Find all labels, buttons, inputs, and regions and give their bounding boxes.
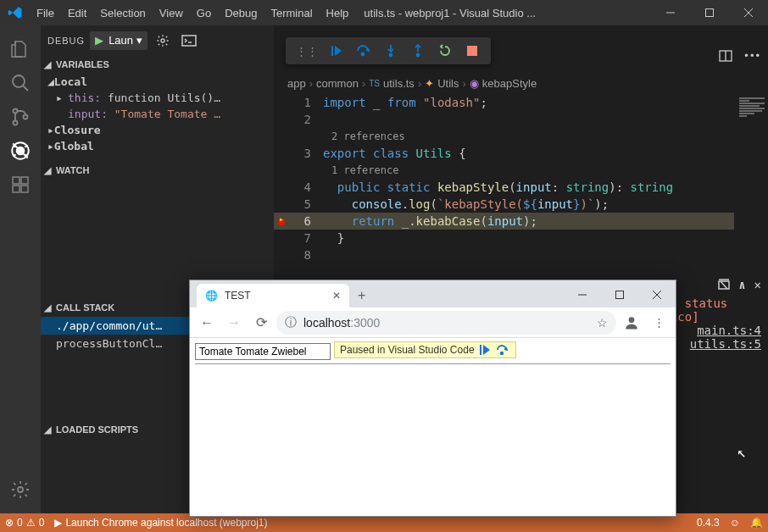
codelens-references[interactable]: 2 references [274, 128, 734, 145]
svg-point-6 [14, 109, 18, 114]
window-close-button[interactable] [729, 0, 768, 25]
step-into-button[interactable] [377, 39, 404, 63]
svg-rect-40 [480, 345, 481, 355]
svg-rect-22 [182, 36, 196, 46]
menu-go[interactable]: Go [190, 7, 218, 19]
explorer-icon[interactable] [0, 32, 41, 66]
new-tab-button[interactable]: + [349, 284, 374, 308]
extensions-icon[interactable] [0, 168, 41, 202]
step-over-button[interactable] [350, 39, 377, 63]
url-host: localhost [303, 316, 350, 330]
browser-minimize-button[interactable] [564, 282, 601, 308]
menu-debug[interactable]: Debug [218, 7, 264, 19]
line-number: 4 [289, 180, 323, 194]
status-version[interactable]: 0.4.3 [692, 517, 725, 529]
svg-rect-16 [13, 177, 19, 184]
window-maximize-button[interactable] [690, 0, 729, 25]
status-bell-icon[interactable]: 🔔 [745, 517, 768, 529]
overlay-step-icon[interactable] [497, 345, 510, 355]
scope-local[interactable]: ◢Local [41, 74, 274, 90]
search-icon[interactable] [0, 66, 41, 100]
status-errors[interactable]: ⊗0⚠0 [0, 517, 49, 529]
browser-close-button[interactable] [638, 282, 676, 308]
debug-config-dropdown[interactable]: ▶ Laun▾ [90, 31, 147, 50]
breadcrumb-method[interactable]: kebapStyle [482, 77, 537, 90]
warning-count: 0 [39, 517, 45, 529]
site-info-icon[interactable]: ⓘ [285, 315, 297, 330]
source-control-icon[interactable] [0, 100, 41, 134]
variables-section-header[interactable]: ◢VARIABLES [41, 55, 274, 74]
split-editor-icon[interactable] [719, 50, 732, 62]
drag-handle-icon[interactable]: ⋮⋮ [291, 45, 323, 58]
line-number: 8 [289, 248, 323, 262]
variable-input[interactable]: input: "Tomate Tomate … [41, 106, 274, 122]
code-editor[interactable]: 1import _ from "lodash"; 2 2 references … [274, 94, 734, 263]
callstack-label: CALL STACK [56, 302, 114, 313]
activity-bar [0, 25, 41, 513]
address-bar[interactable]: ⓘ localhost:3000 ☆ [276, 311, 616, 335]
menu-edit[interactable]: Edit [61, 7, 93, 19]
menu-terminal[interactable]: Terminal [264, 7, 319, 19]
breadcrumb[interactable]: app› common› TS utils.ts› ✦ Utils› ◉ keb… [274, 72, 768, 94]
page-text-input[interactable] [195, 343, 331, 360]
scope-local-label: Local [54, 75, 87, 88]
breadcrumb-app[interactable]: app [287, 77, 306, 90]
breadcrumb-common[interactable]: common [316, 77, 359, 90]
svg-rect-25 [331, 46, 333, 56]
forward-button: → [222, 311, 246, 335]
typescript-file-icon: TS [369, 79, 380, 88]
scope-closure[interactable]: ▸Closure [41, 122, 274, 138]
continue-button[interactable] [323, 39, 350, 63]
reload-button[interactable]: ⟳ [249, 311, 273, 335]
svg-point-4 [13, 75, 25, 87]
menu-selection[interactable]: Selection [93, 7, 152, 19]
start-debug-icon[interactable]: ▶ [90, 34, 107, 47]
menu-view[interactable]: View [153, 7, 190, 19]
minimap[interactable] [736, 94, 768, 179]
browser-titlebar: 🌐 TEST ✕ + [190, 280, 676, 308]
console-close-icon[interactable]: ✕ [754, 278, 761, 291]
debug-toolbar[interactable]: ⋮⋮ [286, 37, 491, 64]
overlay-resume-icon[interactable] [480, 345, 492, 355]
breadcrumb-file[interactable]: utils.ts [383, 77, 415, 90]
watch-label: WATCH [56, 165, 90, 175]
svg-point-28 [390, 54, 392, 57]
scope-global[interactable]: ▸Global [41, 138, 274, 154]
tab-close-icon[interactable]: ✕ [332, 290, 341, 302]
browser-tab[interactable]: 🌐 TEST ✕ [197, 284, 349, 308]
variable-this[interactable]: ▸this: function Utils()… [41, 90, 274, 106]
loaded-scripts-label: LOADED SCRIPTS [56, 424, 138, 435]
debug-console-toggle-icon[interactable] [178, 35, 200, 47]
menu-help[interactable]: Help [320, 7, 356, 19]
class-icon: ✦ [425, 77, 434, 90]
codelens-references[interactable]: 1 reference [274, 162, 734, 179]
step-out-button[interactable] [404, 39, 431, 63]
settings-gear-icon[interactable] [0, 473, 41, 507]
status-feedback-icon[interactable]: ☺ [725, 517, 745, 529]
editor-more-icon[interactable]: ••• [744, 49, 761, 62]
restart-button[interactable] [431, 39, 459, 63]
bookmark-star-icon[interactable]: ☆ [597, 316, 608, 330]
window-minimize-button[interactable] [651, 0, 690, 25]
error-icon: ⊗ [5, 517, 14, 529]
breadcrumb-class[interactable]: Utils [437, 77, 459, 90]
status-debug-target[interactable]: ▶Launch Chrome against localhost (webpro… [49, 517, 272, 529]
window-title: utils.ts - webproj1 - Visual Studio ... [355, 7, 651, 19]
back-button[interactable]: ← [195, 311, 219, 335]
mouse-cursor-icon: ↖ [737, 443, 746, 461]
clear-console-icon[interactable] [718, 279, 730, 291]
stop-button[interactable] [459, 39, 486, 63]
line-number: 7 [289, 231, 323, 245]
browser-menu-icon[interactable]: ⋮ [647, 311, 671, 335]
var-input-name: input: [68, 108, 108, 120]
browser-maximize-button[interactable] [601, 282, 638, 308]
menu-file[interactable]: File [30, 7, 61, 19]
debug-settings-icon[interactable] [153, 34, 173, 47]
profile-icon[interactable] [620, 311, 643, 335]
breakpoint-icon[interactable]: ●▸ [274, 214, 289, 228]
line-number: 1 [289, 96, 323, 109]
debug-icon[interactable] [0, 134, 41, 168]
svg-point-11 [17, 147, 25, 155]
watch-section-header[interactable]: ◢WATCH [41, 161, 274, 180]
console-up-icon[interactable]: ∧ [738, 278, 745, 291]
